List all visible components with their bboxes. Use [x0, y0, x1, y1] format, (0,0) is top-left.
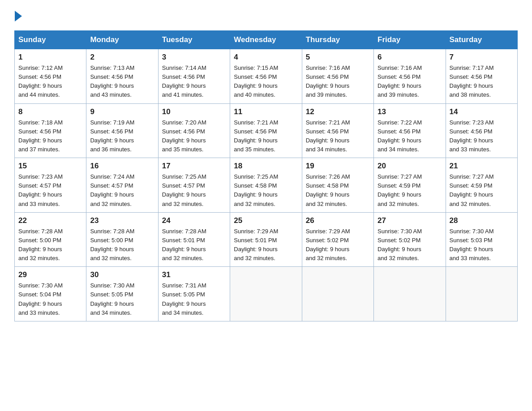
header-cell-tuesday: Tuesday: [158, 31, 230, 49]
calendar-week-3: 15Sunrise: 7:23 AMSunset: 4:57 PMDayligh…: [15, 158, 518, 213]
day-number: 11: [234, 107, 298, 116]
day-info: Sunrise: 7:19 AMSunset: 4:56 PMDaylight:…: [90, 118, 154, 154]
day-number: 15: [18, 162, 82, 171]
day-info: Sunrise: 7:24 AMSunset: 4:57 PMDaylight:…: [90, 172, 154, 209]
calendar-cell: 28Sunrise: 7:30 AMSunset: 5:03 PMDayligh…: [446, 212, 517, 267]
day-info: Sunrise: 7:29 AMSunset: 5:01 PMDaylight:…: [234, 227, 298, 263]
calendar-cell: 14Sunrise: 7:23 AMSunset: 4:56 PMDayligh…: [446, 103, 517, 158]
day-info: Sunrise: 7:30 AMSunset: 5:03 PMDaylight:…: [450, 227, 514, 263]
calendar-cell: 13Sunrise: 7:22 AMSunset: 4:56 PMDayligh…: [374, 103, 446, 158]
day-number: 6: [378, 53, 442, 62]
calendar-cell: 12Sunrise: 7:21 AMSunset: 4:56 PMDayligh…: [302, 103, 373, 158]
day-info: Sunrise: 7:26 AMSunset: 4:58 PMDaylight:…: [306, 172, 370, 209]
calendar-cell: [230, 267, 302, 321]
calendar-cell: [446, 267, 517, 321]
calendar-body: 1Sunrise: 7:12 AMSunset: 4:56 PMDaylight…: [15, 49, 518, 321]
day-info: Sunrise: 7:23 AMSunset: 4:57 PMDaylight:…: [18, 172, 82, 209]
calendar-cell: 9Sunrise: 7:19 AMSunset: 4:56 PMDaylight…: [86, 103, 158, 158]
calendar-cell: 8Sunrise: 7:18 AMSunset: 4:56 PMDaylight…: [15, 103, 86, 158]
day-info: Sunrise: 7:21 AMSunset: 4:56 PMDaylight:…: [306, 118, 370, 154]
calendar-cell: 1Sunrise: 7:12 AMSunset: 4:56 PMDaylight…: [15, 49, 86, 104]
day-number: 2: [90, 53, 154, 62]
day-info: Sunrise: 7:25 AMSunset: 4:58 PMDaylight:…: [234, 172, 298, 209]
calendar-cell: [374, 267, 446, 321]
logo: [14, 11, 22, 21]
calendar-cell: 16Sunrise: 7:24 AMSunset: 4:57 PMDayligh…: [86, 158, 158, 213]
day-info: Sunrise: 7:29 AMSunset: 5:02 PMDaylight:…: [306, 227, 370, 263]
day-info: Sunrise: 7:15 AMSunset: 4:56 PMDaylight:…: [234, 64, 298, 100]
day-info: Sunrise: 7:30 AMSunset: 5:02 PMDaylight:…: [378, 227, 442, 263]
day-number: 26: [306, 216, 370, 225]
day-info: Sunrise: 7:30 AMSunset: 5:05 PMDaylight:…: [90, 281, 154, 317]
calendar-week-1: 1Sunrise: 7:12 AMSunset: 4:56 PMDaylight…: [15, 49, 518, 104]
day-number: 27: [378, 216, 442, 225]
day-number: 31: [162, 270, 226, 279]
day-number: 25: [234, 216, 298, 225]
day-number: 21: [450, 162, 514, 171]
day-number: 16: [90, 162, 154, 171]
day-number: 24: [162, 216, 226, 225]
calendar-cell: 26Sunrise: 7:29 AMSunset: 5:02 PMDayligh…: [302, 212, 373, 267]
day-number: 12: [306, 107, 370, 116]
day-info: Sunrise: 7:21 AMSunset: 4:56 PMDaylight:…: [234, 118, 298, 154]
calendar-cell: 31Sunrise: 7:31 AMSunset: 5:05 PMDayligh…: [158, 267, 230, 321]
calendar-table: SundayMondayTuesdayWednesdayThursdayFrid…: [14, 30, 518, 321]
page-header: [14, 11, 518, 21]
calendar-cell: 15Sunrise: 7:23 AMSunset: 4:57 PMDayligh…: [15, 158, 86, 213]
day-info: Sunrise: 7:25 AMSunset: 4:57 PMDaylight:…: [162, 172, 226, 209]
header-cell-wednesday: Wednesday: [230, 31, 302, 49]
day-number: 20: [378, 162, 442, 171]
calendar-week-4: 22Sunrise: 7:28 AMSunset: 5:00 PMDayligh…: [15, 212, 518, 267]
day-info: Sunrise: 7:28 AMSunset: 5:00 PMDaylight:…: [90, 227, 154, 263]
calendar-cell: 10Sunrise: 7:20 AMSunset: 4:56 PMDayligh…: [158, 103, 230, 158]
day-info: Sunrise: 7:28 AMSunset: 5:00 PMDaylight:…: [18, 227, 82, 263]
header-cell-saturday: Saturday: [446, 31, 517, 49]
day-number: 17: [162, 162, 226, 171]
day-info: Sunrise: 7:23 AMSunset: 4:56 PMDaylight:…: [450, 118, 514, 154]
day-info: Sunrise: 7:27 AMSunset: 4:59 PMDaylight:…: [450, 172, 514, 209]
day-info: Sunrise: 7:18 AMSunset: 4:56 PMDaylight:…: [18, 118, 82, 154]
calendar-cell: 27Sunrise: 7:30 AMSunset: 5:02 PMDayligh…: [374, 212, 446, 267]
header-cell-sunday: Sunday: [15, 31, 86, 49]
calendar-cell: 7Sunrise: 7:17 AMSunset: 4:56 PMDaylight…: [446, 49, 517, 104]
day-number: 8: [18, 107, 82, 116]
calendar-cell: 3Sunrise: 7:14 AMSunset: 4:56 PMDaylight…: [158, 49, 230, 104]
calendar-cell: 11Sunrise: 7:21 AMSunset: 4:56 PMDayligh…: [230, 103, 302, 158]
day-number: 7: [450, 53, 514, 62]
day-info: Sunrise: 7:13 AMSunset: 4:56 PMDaylight:…: [90, 64, 154, 100]
day-number: 22: [18, 216, 82, 225]
day-number: 18: [234, 162, 298, 171]
calendar-cell: 5Sunrise: 7:16 AMSunset: 4:56 PMDaylight…: [302, 49, 373, 104]
day-info: Sunrise: 7:16 AMSunset: 4:56 PMDaylight:…: [378, 64, 442, 100]
calendar-cell: 6Sunrise: 7:16 AMSunset: 4:56 PMDaylight…: [374, 49, 446, 104]
day-info: Sunrise: 7:20 AMSunset: 4:56 PMDaylight:…: [162, 118, 226, 154]
calendar-cell: 21Sunrise: 7:27 AMSunset: 4:59 PMDayligh…: [446, 158, 517, 213]
day-info: Sunrise: 7:22 AMSunset: 4:56 PMDaylight:…: [378, 118, 442, 154]
day-info: Sunrise: 7:31 AMSunset: 5:05 PMDaylight:…: [162, 281, 226, 317]
header-cell-monday: Monday: [86, 31, 158, 49]
day-number: 19: [306, 162, 370, 171]
calendar-cell: 17Sunrise: 7:25 AMSunset: 4:57 PMDayligh…: [158, 158, 230, 213]
day-number: 14: [450, 107, 514, 116]
day-number: 10: [162, 107, 226, 116]
day-info: Sunrise: 7:14 AMSunset: 4:56 PMDaylight:…: [162, 64, 226, 100]
calendar-week-2: 8Sunrise: 7:18 AMSunset: 4:56 PMDaylight…: [15, 103, 518, 158]
calendar-cell: [302, 267, 373, 321]
day-number: 13: [378, 107, 442, 116]
day-number: 3: [162, 53, 226, 62]
day-number: 4: [234, 53, 298, 62]
day-number: 1: [18, 53, 82, 62]
day-number: 9: [90, 107, 154, 116]
calendar-cell: 4Sunrise: 7:15 AMSunset: 4:56 PMDaylight…: [230, 49, 302, 104]
calendar-cell: 23Sunrise: 7:28 AMSunset: 5:00 PMDayligh…: [86, 212, 158, 267]
day-info: Sunrise: 7:12 AMSunset: 4:56 PMDaylight:…: [18, 64, 82, 100]
day-number: 23: [90, 216, 154, 225]
day-info: Sunrise: 7:27 AMSunset: 4:59 PMDaylight:…: [378, 172, 442, 209]
logo-triangle-icon: [15, 11, 22, 21]
calendar-cell: 22Sunrise: 7:28 AMSunset: 5:00 PMDayligh…: [15, 212, 86, 267]
calendar-cell: 19Sunrise: 7:26 AMSunset: 4:58 PMDayligh…: [302, 158, 373, 213]
day-info: Sunrise: 7:30 AMSunset: 5:04 PMDaylight:…: [18, 281, 82, 317]
calendar-cell: 18Sunrise: 7:25 AMSunset: 4:58 PMDayligh…: [230, 158, 302, 213]
day-number: 29: [18, 270, 82, 279]
day-number: 28: [450, 216, 514, 225]
